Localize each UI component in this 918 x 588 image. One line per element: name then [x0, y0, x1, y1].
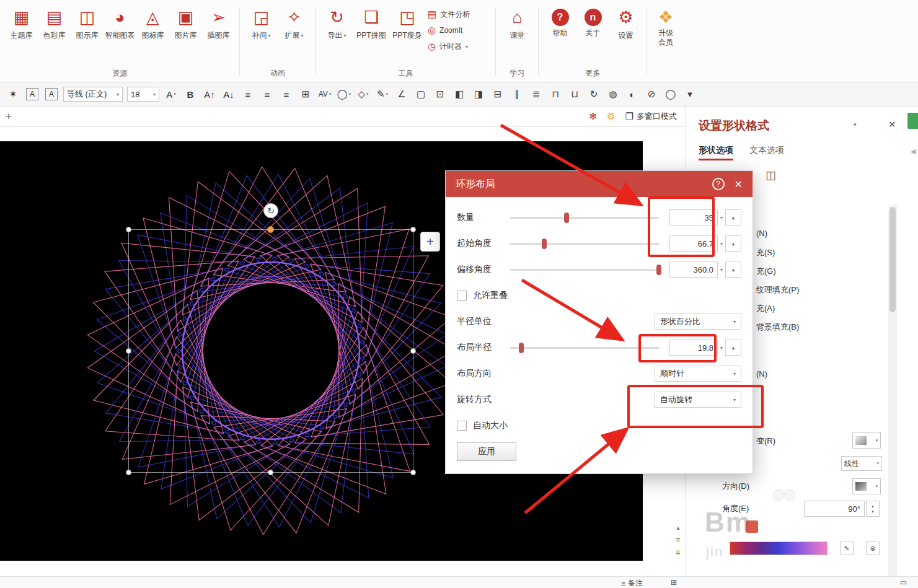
crop-tool-button[interactable]: ⊡ — [431, 86, 449, 103]
start-angle-input[interactable] — [669, 235, 718, 252]
angle-input[interactable]: 90° — [804, 501, 865, 517]
auto-size-checkbox[interactable] — [457, 421, 467, 431]
ribbon-button-extend[interactable]: ✧ 扩展▾ — [278, 2, 311, 67]
tab-shape-options[interactable]: 形状选项 — [699, 145, 733, 156]
ribbon-button-smart-chart[interactable]: ◕ 智能图表 — [104, 2, 136, 67]
slider-handle[interactable] — [564, 213, 569, 223]
shape-outline-button[interactable]: ✎▾ — [373, 86, 392, 103]
tab-text-options[interactable]: 文本选项 — [749, 145, 784, 156]
align-center-button[interactable]: ≡ — [258, 86, 276, 103]
no-fill-button[interactable]: ⊘ — [642, 86, 661, 103]
collapse-pane-icon[interactable]: ◀ — [911, 147, 916, 156]
previous-slide-button[interactable]: ⇈ — [673, 535, 683, 545]
start-angle-up-button[interactable]: ▴ — [725, 235, 741, 252]
adjust-handle[interactable] — [267, 226, 274, 233]
bring-to-front-button[interactable]: ◧ — [450, 86, 469, 103]
line-option-no-line[interactable]: (N) — [756, 369, 767, 379]
ribbon-button-ppt-puzzle[interactable]: ❏ PPT拼图 — [353, 2, 389, 67]
selection-handle[interactable] — [268, 470, 273, 475]
equal-height-button[interactable]: ⊓ — [546, 86, 565, 103]
ribbon-button-illustration-library[interactable]: ➢ 插图库 — [202, 2, 235, 67]
rotate-object-button[interactable]: ↻ — [585, 86, 603, 103]
ribbon-button-icon-library[interactable]: ◬ 图标库 — [136, 2, 169, 67]
distribute-horizontal-button[interactable]: ∥ — [508, 86, 526, 103]
format-painter-button[interactable]: ✶ — [4, 86, 22, 103]
radius-unit-select[interactable]: 形状百分比 ▾ — [655, 314, 741, 330]
ribbon-button-timer[interactable]: ◷ 计时器 ▾ — [428, 41, 488, 52]
preset-gradient-select[interactable]: ▾ — [852, 432, 881, 449]
chevron-down-icon[interactable]: ▾ — [720, 345, 723, 351]
ribbon-button-settings[interactable]: ⚙ 设置 — [609, 2, 642, 67]
rotation-mode-select[interactable]: 自动旋转 ▾ — [655, 392, 741, 408]
distribute-justify-button[interactable]: ⊞ — [296, 86, 315, 103]
dialog-titlebar[interactable]: 环形布局 ? ✕ — [446, 171, 752, 197]
ribbon-button-diagram-library[interactable]: ◫ 图示库 — [71, 2, 104, 67]
ribbon-button-color-library[interactable]: ▤ 色彩库 — [38, 2, 71, 67]
notes-toggle-button[interactable]: ≡ 备注 — [621, 578, 643, 588]
ribbon-button-theme-library[interactable]: ▦ 主题库 — [5, 2, 38, 67]
next-slide-button[interactable]: ⇊ — [673, 547, 683, 557]
gradient-direction-select[interactable]: ▾ — [852, 478, 881, 494]
selection-bounding-box[interactable]: ↻ — [128, 229, 413, 473]
layout-icon[interactable]: ◫ — [766, 169, 776, 182]
layout-direction-select[interactable]: 顺时针 ▾ — [655, 366, 741, 382]
scroll-up-button[interactable]: ▴ — [673, 522, 683, 532]
align-right-button[interactable]: ≡ — [277, 86, 296, 103]
panel-scrollbar-thumb[interactable] — [889, 207, 896, 312]
font-color-button[interactable]: A▾ — [162, 86, 180, 103]
apply-button[interactable]: 应用 — [457, 442, 516, 461]
fill-option-pattern[interactable]: 充(A) — [756, 303, 775, 314]
align-objects-button[interactable]: ⊟ — [488, 86, 507, 103]
gradient-stop-add-icon[interactable]: ✎ — [840, 542, 854, 555]
help-icon[interactable]: ? — [712, 178, 725, 190]
rotate-handle[interactable]: ↻ — [263, 203, 278, 218]
font-size-select[interactable]: 18▾ — [127, 87, 159, 102]
layout-radius-up-button[interactable]: ▴ — [725, 340, 741, 356]
offset-angle-slider[interactable] — [510, 269, 660, 271]
selection-handle[interactable] — [410, 348, 416, 354]
panel-dropdown-icon[interactable]: ▾ — [854, 121, 857, 128]
gradient-type-select[interactable]: 线性▾ — [841, 456, 882, 471]
fill-option-background[interactable]: 背景填充(B) — [756, 322, 799, 333]
selection-handle[interactable] — [126, 227, 131, 232]
slider-handle[interactable] — [519, 343, 524, 353]
merge-shapes-button[interactable]: ◍ — [604, 86, 622, 103]
fill-option-texture[interactable]: 纹理填充(P) — [756, 284, 799, 296]
normal-view-button[interactable]: ⊞ — [671, 578, 677, 587]
offset-angle-up-button[interactable]: ▴ — [725, 261, 741, 278]
resize-handle-icon[interactable]: ▭ — [900, 578, 907, 587]
ribbon-button-tween[interactable]: ◲ 补间▾ — [245, 2, 278, 67]
quantity-slider[interactable] — [510, 217, 660, 219]
oval-tool-button[interactable]: ◯ — [661, 86, 680, 103]
rotate-angle-button[interactable]: ∠ — [392, 86, 411, 103]
align-left-button[interactable]: ≡ — [239, 86, 257, 103]
letter-spacing-button[interactable]: AV▾ — [316, 86, 334, 103]
fill-option-solid[interactable]: 充(S) — [756, 247, 775, 258]
ribbon-button-export[interactable]: ↻ 导出▾ — [320, 2, 353, 67]
ribbon-button-help[interactable]: ? 帮助 — [544, 2, 576, 67]
offset-angle-input[interactable] — [669, 261, 718, 278]
send-to-back-button[interactable]: ◨ — [469, 86, 488, 103]
shape-fill-button[interactable]: ◇▾ — [354, 86, 373, 103]
bold-button[interactable]: B — [181, 86, 200, 103]
decrease-font-button[interactable]: A↓ — [219, 86, 238, 103]
equal-width-button[interactable]: ⊔ — [565, 86, 584, 103]
layout-radius-input[interactable] — [669, 340, 718, 356]
fill-option-gradient[interactable]: 充(G) — [756, 266, 776, 277]
beautify-button[interactable]: ✻ — [589, 111, 598, 122]
start-angle-slider[interactable] — [510, 243, 660, 245]
font-name-select[interactable]: 等线 (正文)▾ — [63, 87, 123, 102]
quick-settings-button[interactable]: ⚙ — [607, 111, 615, 122]
quick-add-button[interactable]: + — [420, 232, 440, 252]
allow-overlap-checkbox[interactable] — [457, 291, 467, 301]
angle-spinner[interactable]: ▴▾ — [866, 501, 880, 517]
ribbon-button-classroom[interactable]: ⌂ 课堂 — [501, 2, 534, 67]
ribbon-button-file-analysis[interactable]: ▤ 文件分析 — [428, 9, 488, 20]
side-pane-toggle-icon[interactable] — [907, 113, 918, 129]
close-icon[interactable]: ✕ — [735, 178, 743, 190]
quantity-input[interactable] — [669, 209, 718, 226]
layout-radius-slider[interactable] — [510, 347, 660, 349]
gradient-stop-remove-icon[interactable]: ⊗ — [866, 542, 880, 555]
gradient-stops-bar[interactable] — [730, 542, 828, 555]
selection-handle[interactable] — [126, 470, 131, 475]
